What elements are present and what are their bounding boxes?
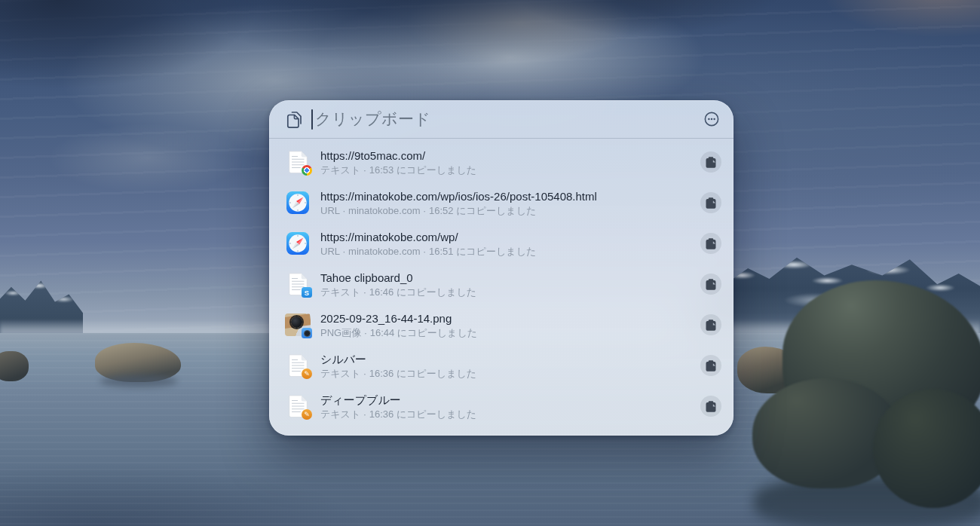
wallpaper-rock [213, 359, 250, 377]
ellipsis-circle-icon [703, 110, 721, 128]
clipboard-icon [706, 197, 716, 209]
text-document-s-icon: S [285, 271, 311, 297]
item-title: シルバー [320, 352, 700, 366]
copy-item-button[interactable] [700, 396, 721, 417]
wallpaper-rock [0, 351, 29, 381]
item-subtitle: PNG画像 · 16:44 にコピーしました [320, 327, 700, 339]
clipboard-item[interactable]: S Tahoe clipboard_0 テキスト · 16:46 にコピーしまし… [269, 264, 733, 304]
clipboard-icon [706, 319, 716, 331]
text-document-pen-icon: ✎ [285, 434, 311, 436]
screenshot-app-badge-icon [302, 328, 312, 338]
copy-item-button[interactable] [700, 233, 721, 254]
clipboard-icon [706, 156, 716, 168]
pen-badge-icon: ✎ [302, 409, 312, 420]
wallpaper-rock-reflection [100, 375, 178, 387]
clipboard-icon [706, 237, 716, 249]
item-subtitle: テキスト · 16:46 にコピーしました [320, 286, 700, 298]
s-app-badge-icon: S [302, 287, 312, 298]
copy-item-button[interactable] [700, 151, 721, 173]
item-subtitle: URL · minatokobe.com · 16:52 にコピーしました [320, 205, 700, 217]
clipboard-panel: クリップボード https://9to5mac.com/ テキ [269, 100, 733, 436]
text-document-chrome-icon [285, 149, 311, 175]
chrome-badge-icon [302, 165, 312, 176]
item-title: https://minatokobe.com/wp/ios/ios-26/pos… [320, 189, 700, 203]
search-placeholder[interactable]: クリップボード [315, 109, 701, 130]
copy-item-button[interactable] [700, 274, 721, 295]
clipboard-icon [706, 359, 716, 372]
item-title: 2025-09-23_16-44-14.png [320, 311, 700, 326]
more-options-button[interactable] [701, 109, 722, 130]
item-subtitle: URL · minatokobe.com · 16:51 にコピーしました [320, 246, 700, 258]
clipboard-icon [706, 400, 716, 412]
clipboard-item[interactable]: ✎ コズミックオレンジ [269, 427, 733, 436]
item-subtitle: テキスト · 16:36 にコピーしました [320, 408, 700, 420]
item-subtitle: テキスト · 16:36 にコピーしました [320, 368, 700, 380]
item-title: https://minatokobe.com/wp/ [320, 230, 700, 244]
text-cursor [311, 109, 313, 130]
safari-icon [285, 190, 311, 216]
clipboard-history-list: https://9to5mac.com/ テキスト · 16:53 にコピーしま… [269, 139, 733, 436]
clipboard-item[interactable]: https://minatokobe.com/wp/ios/ios-26/pos… [269, 182, 733, 223]
copy-item-button[interactable] [700, 314, 721, 335]
item-title: Tahoe clipboard_0 [320, 271, 700, 285]
copy-item-button[interactable] [700, 355, 721, 376]
clipboard-item[interactable]: ✎ シルバー テキスト · 16:36 にコピーしました [269, 345, 733, 386]
panel-header[interactable]: クリップボード [269, 100, 733, 138]
item-subtitle: テキスト · 16:53 にコピーしました [320, 164, 700, 176]
clipboard-icon [706, 278, 716, 290]
thumbnail-content [291, 317, 302, 328]
png-thumbnail-icon [285, 312, 311, 338]
clipboard-item[interactable]: https://minatokobe.com/wp/ URL · minatok… [269, 223, 733, 264]
copy-item-button[interactable] [700, 192, 721, 213]
item-title: ディープブルー [320, 393, 700, 407]
copy-icon [284, 109, 305, 130]
safari-icon [285, 231, 311, 256]
pen-badge-icon: ✎ [302, 369, 312, 379]
text-document-pen-icon: ✎ [285, 393, 311, 419]
text-document-pen-icon: ✎ [285, 353, 311, 378]
item-title: https://9to5mac.com/ [320, 148, 700, 163]
clipboard-item[interactable]: 2025-09-23_16-44-14.png PNG画像 · 16:44 にコ… [269, 304, 733, 345]
clipboard-item[interactable]: https://9to5mac.com/ テキスト · 16:53 にコピーしま… [269, 142, 733, 182]
clipboard-item[interactable]: ✎ ディープブルー テキスト · 16:36 にコピーしました [269, 386, 733, 427]
desktop: クリップボード https://9to5mac.com/ テキ [0, 0, 980, 526]
